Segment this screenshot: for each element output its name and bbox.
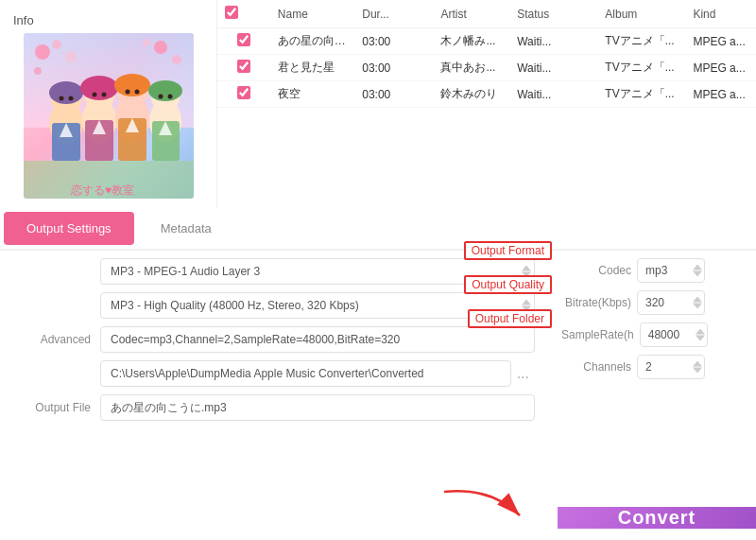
- svg-point-8: [143, 39, 150, 46]
- bitrate-input-wrap: [637, 290, 705, 315]
- advanced-row: Advanced Output Folder: [15, 326, 552, 353]
- svg-point-7: [172, 55, 181, 64]
- svg-point-29: [59, 96, 63, 101]
- col-header-name: Name: [270, 0, 354, 28]
- bitrate-spin-down[interactable]: [693, 304, 702, 309]
- samplerate-spin-down[interactable]: [696, 336, 705, 341]
- channels-spin-up[interactable]: [693, 361, 702, 367]
- main-container: Info: [0, 0, 756, 540]
- output-format-label: Output Format: [464, 241, 552, 260]
- channels-spin-down[interactable]: [693, 368, 702, 374]
- album-art: 恋する♥教室: [24, 33, 194, 199]
- row-checkbox-cell-2: [217, 81, 270, 108]
- svg-point-36: [167, 95, 172, 99]
- svg-point-5: [34, 67, 42, 75]
- table-row: 夜空 03:00 鈴木みのり Waiti... TVアニメ「... MPEG a…: [217, 81, 756, 108]
- row-checkbox-1[interactable]: [237, 60, 250, 73]
- codec-input-wrap: [637, 258, 705, 283]
- codec-label: Codec: [561, 264, 637, 277]
- col-header-artist: Artist: [433, 0, 509, 28]
- svg-point-17: [114, 74, 150, 96]
- row-name-1: 君と見た星: [270, 55, 354, 81]
- row-status-2: Waiti...: [509, 81, 597, 108]
- svg-point-14: [80, 76, 118, 100]
- bitrate-spin-up[interactable]: [693, 297, 702, 303]
- folder-input-wrap: ...: [100, 360, 535, 387]
- samplerate-row: SampleRate(h: [561, 322, 741, 347]
- codec-spin-up[interactable]: [693, 265, 702, 270]
- quality-spin-up[interactable]: [522, 300, 531, 305]
- info-panel: Info: [0, 0, 217, 208]
- channels-label: Channels: [561, 360, 637, 374]
- svg-point-3: [52, 40, 61, 49]
- samplerate-spin-up[interactable]: [696, 329, 705, 335]
- col-header-album: Album: [597, 0, 685, 28]
- row-duration-0: 03:00: [354, 28, 433, 55]
- file-list: Name Dur... Artist Status Album Kind あの星…: [217, 0, 756, 208]
- album-art-inner: 恋する♥教室: [24, 33, 194, 199]
- info-label: Info: [13, 13, 34, 27]
- samplerate-spinner[interactable]: [696, 329, 705, 341]
- folder-input[interactable]: [100, 360, 511, 387]
- row-album-0: TVアニメ「...: [597, 28, 685, 55]
- col-header-duration: Dur...: [354, 0, 433, 28]
- advanced-label: Advanced: [15, 333, 100, 346]
- output-folder-label: Output Folder: [468, 309, 552, 328]
- row-checkbox-0[interactable]: [237, 33, 250, 46]
- arrow-svg: [435, 482, 529, 530]
- svg-point-20: [148, 80, 182, 101]
- svg-point-2: [35, 44, 50, 60]
- bitrate-spinner[interactable]: [693, 297, 702, 309]
- output-file-label: Output File: [15, 401, 100, 414]
- samplerate-input-wrap: [640, 322, 708, 347]
- file-table: Name Dur... Artist Status Album Kind あの星…: [217, 0, 756, 108]
- samplerate-label: SampleRate(h: [561, 328, 640, 341]
- select-all-checkbox[interactable]: [225, 6, 238, 19]
- row-album-2: TVアニメ「...: [597, 81, 685, 108]
- row-kind-1: MPEG a...: [685, 55, 756, 81]
- convert-button[interactable]: Convert: [558, 507, 756, 529]
- row-kind-2: MPEG a...: [685, 81, 756, 108]
- codec-row: Codec: [561, 258, 741, 283]
- row-kind-0: MPEG a...: [685, 28, 756, 55]
- svg-text:恋する♥教室: 恋する♥教室: [70, 183, 134, 197]
- row-artist-2: 鈴木みのり: [433, 81, 509, 108]
- col-header-kind: Kind: [685, 0, 756, 28]
- row-checkbox-cell-0: [217, 28, 270, 55]
- bitrate-label: Bitrate(Kbps): [561, 296, 637, 309]
- bottom-section: Output Settings Metadata: [0, 208, 756, 540]
- output-file-row: Output File: [15, 394, 552, 421]
- svg-point-34: [134, 90, 139, 95]
- output-quality-label: Output Quality: [464, 275, 552, 294]
- format-spin-up[interactable]: [522, 266, 531, 271]
- codec-spin-down[interactable]: [693, 271, 702, 277]
- row-artist-0: 木ノ幡み...: [433, 28, 509, 55]
- svg-point-30: [68, 96, 73, 101]
- tab-metadata[interactable]: Metadata: [138, 208, 234, 249]
- row-duration-1: 03:00: [354, 55, 433, 81]
- row-checkbox-2[interactable]: [237, 86, 250, 99]
- folder-browse-button[interactable]: ...: [511, 366, 535, 381]
- output-file-input[interactable]: [100, 394, 535, 421]
- row-status-0: Waiti...: [509, 28, 597, 55]
- channels-row: Channels: [561, 355, 741, 379]
- col-header-status: Status: [509, 0, 597, 28]
- top-area: Info: [0, 0, 756, 208]
- advanced-input[interactable]: [100, 326, 535, 353]
- svg-point-32: [101, 93, 106, 97]
- left-settings: Output Format Output Qu: [15, 258, 552, 421]
- row-album-1: TVアニメ「...: [597, 55, 685, 81]
- row-checkbox-cell-1: [217, 55, 270, 81]
- channels-spinner[interactable]: [693, 361, 702, 374]
- output-file-input-wrap: [100, 394, 535, 421]
- table-row: あの星の向こ... 03:00 木ノ幡み... Waiti... TVアニメ「.…: [217, 28, 756, 55]
- svg-point-11: [49, 81, 83, 104]
- channels-input-wrap: [637, 355, 705, 379]
- anime-svg: 恋する♥教室: [24, 33, 194, 199]
- svg-point-31: [92, 93, 96, 97]
- tab-output-settings[interactable]: Output Settings: [4, 212, 134, 245]
- table-row: 君と見た星 03:00 真中あお... Waiti... TVアニメ「... M…: [217, 55, 756, 81]
- svg-point-4: [65, 51, 77, 62]
- codec-spinner[interactable]: [693, 265, 702, 277]
- tabs-section: Output Settings Metadata: [0, 208, 756, 251]
